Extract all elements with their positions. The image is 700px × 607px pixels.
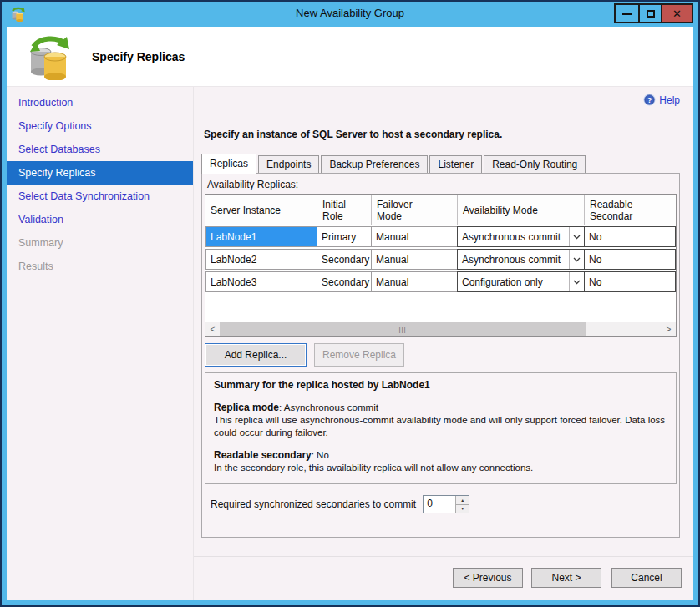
column-header-initial-role[interactable]: Initial Role — [317, 195, 372, 225]
availability-replicas-label: Availability Replicas: — [207, 179, 677, 190]
readable-secondary-label: Readable secondary — [214, 449, 312, 461]
cancel-button[interactable]: Cancel — [611, 568, 682, 588]
horizontal-scrollbar[interactable]: < ||| > — [205, 322, 676, 336]
table-row: LabNode3 Secondary Manual Configuration … — [205, 271, 676, 292]
replica-mode-label: Replica mode — [214, 402, 279, 413]
help-link[interactable]: ? Help — [643, 94, 680, 106]
replica-mode-description: This replica will use asynchronous-commi… — [214, 414, 667, 439]
chevron-down-icon[interactable] — [569, 272, 584, 291]
wizard-steps-sidebar: Introduction Specify Options Select Data… — [7, 87, 194, 600]
readable-secondary-dropdown[interactable]: No — [584, 249, 676, 270]
scrollbar-track[interactable] — [586, 322, 662, 336]
summary-title: Summary for the replica hosted by LabNod… — [214, 379, 430, 391]
sidebar-item-specify-replicas[interactable]: Specify Replicas — [7, 161, 193, 185]
readable-secondary-value: : No — [312, 450, 329, 460]
cell-server-instance[interactable]: LabNode1 — [205, 226, 317, 247]
table-row: LabNode1 Primary Manual Asynchronous com… — [205, 226, 676, 247]
sidebar-item-specify-options[interactable]: Specify Options — [7, 114, 193, 138]
help-label: Help — [659, 94, 680, 106]
cell-initial-role[interactable]: Secondary — [317, 271, 372, 292]
sidebar-item-select-databases[interactable]: Select Databases — [7, 138, 193, 161]
help-icon: ? — [643, 94, 656, 106]
scrollbar-thumb[interactable]: ||| — [220, 322, 586, 336]
titlebar[interactable]: New Availability Group ✕ — [2, 2, 698, 27]
cell-failover-mode[interactable]: Manual — [371, 271, 458, 292]
close-button[interactable]: ✕ — [661, 3, 693, 23]
tab-read-only-routing[interactable]: Read-Only Routing — [484, 155, 586, 174]
replicas-tab-panel: Availability Replicas: Server Instance I… — [201, 173, 680, 538]
tab-endpoints[interactable]: Endpoints — [258, 155, 319, 174]
table-row: LabNode2 Secondary Manual Asynchronous c… — [205, 249, 676, 270]
sidebar-item-select-data-synchronization[interactable]: Select Data Synchronization — [7, 185, 193, 208]
cell-failover-mode[interactable]: Manual — [371, 249, 458, 270]
grid-header-row: Server Instance Initial Role Failover Mo… — [205, 195, 676, 225]
column-header-readable-secondary[interactable]: Readable Secondar — [585, 195, 676, 225]
sidebar-item-validation[interactable]: Validation — [7, 208, 193, 231]
required-secondaries-label: Required synchronized secondaries to com… — [211, 498, 416, 510]
window-title: New Availability Group — [2, 7, 698, 19]
readable-secondary-dropdown[interactable]: No — [584, 271, 676, 292]
svg-text:?: ? — [647, 96, 652, 104]
wizard-header: Specify Replicas — [7, 27, 693, 87]
maximize-icon — [647, 10, 655, 18]
replica-mode-value: : Asynchronous commit — [279, 402, 378, 412]
wizard-footer: < Previous Next > Cancel — [194, 556, 693, 600]
next-button[interactable]: Next > — [531, 568, 601, 588]
tab-replicas[interactable]: Replicas — [201, 154, 256, 174]
spinner-down-icon[interactable]: ▼ — [456, 505, 469, 513]
new-availability-group-window: New Availability Group ✕ Specify R — [0, 0, 700, 607]
sidebar-item-introduction[interactable]: Introduction — [7, 91, 193, 114]
cell-initial-role[interactable]: Primary — [317, 226, 372, 247]
scroll-left-icon[interactable]: < — [205, 322, 220, 336]
close-icon: ✕ — [672, 8, 682, 20]
column-header-server-instance[interactable]: Server Instance — [205, 195, 317, 225]
page-title: Specify Replicas — [92, 50, 185, 63]
cell-server-instance[interactable]: LabNode2 — [205, 249, 317, 270]
instruction-text: Specify an instance of SQL Server to hos… — [204, 129, 502, 140]
availability-mode-dropdown[interactable]: Asynchronous commit — [457, 249, 585, 270]
minimize-button[interactable] — [614, 3, 640, 23]
tab-bar: Replicas Endpoints Backup Preferences Li… — [201, 154, 587, 174]
availability-replicas-grid: Server Instance Initial Role Failover Mo… — [205, 194, 677, 337]
column-header-failover-mode[interactable]: Failover Mode — [372, 195, 458, 225]
spinner-up-icon[interactable]: ▲ — [456, 496, 469, 505]
readable-secondary-description: In the secondary role, this availability… — [214, 462, 667, 474]
spinner-value[interactable]: 0 — [424, 496, 455, 513]
cell-server-instance[interactable]: LabNode3 — [205, 271, 317, 292]
availability-mode-dropdown[interactable]: Configuration only — [457, 271, 585, 292]
add-replica-button[interactable]: Add Replica... — [205, 343, 307, 367]
availability-mode-dropdown[interactable]: Asynchronous commit — [457, 226, 585, 247]
minimize-icon — [622, 13, 632, 15]
grid-empty-area — [205, 292, 676, 322]
tab-backup-preferences[interactable]: Backup Preferences — [321, 155, 428, 174]
main-content: ? Help Specify an instance of SQL Server… — [194, 87, 693, 600]
cell-initial-role[interactable]: Secondary — [317, 249, 372, 270]
readable-secondary-dropdown[interactable]: No — [584, 226, 676, 247]
sidebar-item-summary: Summary — [7, 231, 193, 255]
replica-summary-panel: Summary for the replica hosted by LabNod… — [205, 372, 677, 484]
availability-group-icon — [25, 33, 72, 80]
column-header-availability-mode[interactable]: Availability Mode — [458, 195, 585, 225]
scroll-right-icon[interactable]: > — [662, 322, 676, 336]
maximize-button[interactable] — [638, 3, 662, 23]
chevron-down-icon[interactable] — [569, 250, 584, 269]
required-secondaries-spinner[interactable]: 0 ▲ ▼ — [423, 495, 469, 513]
chevron-down-icon[interactable] — [569, 227, 584, 246]
remove-replica-button[interactable]: Remove Replica — [314, 343, 404, 367]
tab-listener[interactable]: Listener — [429, 155, 482, 174]
previous-button[interactable]: < Previous — [453, 568, 523, 588]
cell-failover-mode[interactable]: Manual — [371, 226, 458, 247]
sidebar-item-results: Results — [7, 255, 193, 278]
